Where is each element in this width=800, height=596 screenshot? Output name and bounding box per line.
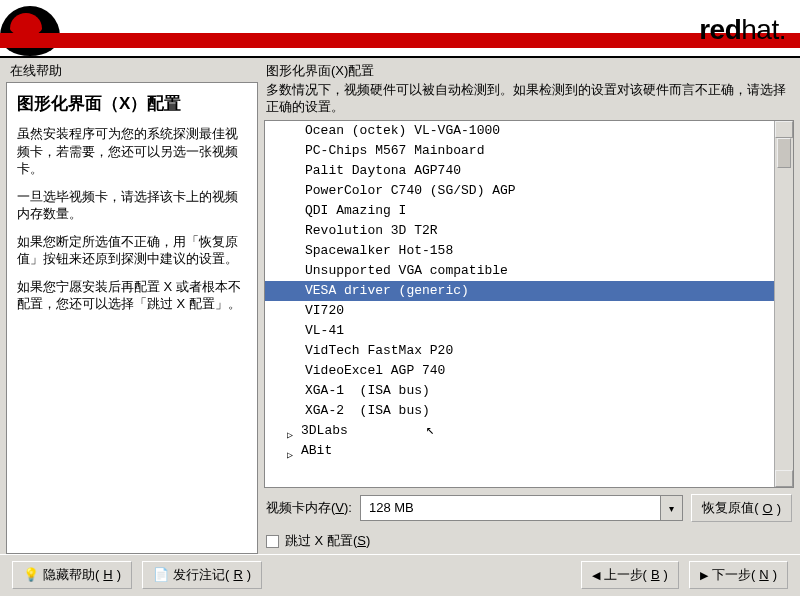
shadowman-icon bbox=[0, 6, 60, 56]
expand-icon[interactable] bbox=[287, 446, 296, 455]
list-item-label: Spacewalker Hot-158 bbox=[305, 243, 453, 258]
list-item-label: VideoExcel AGP 740 bbox=[305, 363, 445, 378]
scroll-thumb[interactable] bbox=[777, 138, 791, 168]
list-item-label: ABit bbox=[301, 443, 332, 458]
help-title: 在线帮助 bbox=[6, 60, 258, 82]
list-item-label: Unsupported VGA compatible bbox=[305, 263, 508, 278]
list-item[interactable]: Ocean (octek) VL-VGA-1000 bbox=[265, 121, 774, 141]
sidebar: 在线帮助 图形化界面（X）配置 虽然安装程序可为您的系统探测最佳视频卡，若需要，… bbox=[6, 60, 258, 554]
list-item-label: PC-Chips M567 Mainboard bbox=[305, 143, 484, 158]
content-desc: 多数情况下，视频硬件可以被自动检测到。如果检测到的设置对该硬件而言不正确，请选择… bbox=[264, 82, 794, 120]
help-heading: 图形化界面（X）配置 bbox=[17, 93, 247, 115]
scroll-up-button[interactable] bbox=[775, 121, 793, 138]
list-item[interactable]: ABit bbox=[265, 441, 774, 461]
list-item-label: VidTech FastMax P20 bbox=[305, 343, 453, 358]
list-item-label: VL-41 bbox=[305, 323, 344, 338]
list-item-label: Revolution 3D T2R bbox=[305, 223, 438, 238]
list-item[interactable]: XGA-2 (ISA bus) bbox=[265, 401, 774, 421]
expand-icon[interactable] bbox=[287, 426, 296, 435]
list-item[interactable]: XGA-1 (ISA bus) bbox=[265, 381, 774, 401]
memory-combo[interactable]: 128 MB bbox=[360, 495, 683, 521]
memory-value[interactable]: 128 MB bbox=[361, 496, 660, 520]
list-item[interactable]: Palit Daytona AGP740 bbox=[265, 161, 774, 181]
list-item-label: VESA driver (generic) bbox=[305, 283, 469, 298]
list-item-label: VI720 bbox=[305, 303, 344, 318]
list-item[interactable]: VidTech FastMax P20 bbox=[265, 341, 774, 361]
arrow-left-icon bbox=[592, 567, 600, 582]
skip-x-label: 跳过 X 配置(S) bbox=[285, 532, 370, 550]
help-para: 如果您断定所选值不正确，用「恢复原值」按钮来还原到探测中建议的设置。 bbox=[17, 233, 247, 268]
help-para: 一旦选毕视频卡，请选择该卡上的视频内存数量。 bbox=[17, 188, 247, 223]
list-item[interactable]: VI720 bbox=[265, 301, 774, 321]
list-item-label: XGA-2 (ISA bus) bbox=[305, 403, 430, 418]
footer: 💡隐藏帮助(H) 📄发行注记(R) 上一步(B) 下一步(N) bbox=[0, 554, 800, 594]
list-item[interactable]: PC-Chips M567 Mainboard bbox=[265, 141, 774, 161]
list-item[interactable]: QDI Amazing I bbox=[265, 201, 774, 221]
help-box: 图形化界面（X）配置 虽然安装程序可为您的系统探测最佳视频卡，若需要，您还可以另… bbox=[6, 82, 258, 554]
restore-defaults-button[interactable]: 恢复原值(O) bbox=[691, 494, 792, 522]
driver-list[interactable]: Ocean (octek) VL-VGA-1000PC-Chips M567 M… bbox=[264, 120, 794, 488]
release-notes-button[interactable]: 📄发行注记(R) bbox=[142, 561, 262, 589]
scrollbar[interactable] bbox=[774, 121, 793, 487]
arrow-right-icon bbox=[700, 567, 708, 582]
memory-label: 视频卡内存(V): bbox=[266, 499, 352, 517]
combo-dropdown-button[interactable] bbox=[660, 496, 682, 520]
list-item[interactable]: VESA driver (generic) bbox=[265, 281, 774, 301]
list-item[interactable]: VideoExcel AGP 740 bbox=[265, 361, 774, 381]
content-pane: 图形化界面(X)配置 多数情况下，视频硬件可以被自动检测到。如果检测到的设置对该… bbox=[264, 60, 794, 554]
content-title: 图形化界面(X)配置 bbox=[264, 60, 794, 82]
lightbulb-icon: 💡 bbox=[23, 567, 39, 583]
list-item[interactable]: 3DLabs bbox=[265, 421, 774, 441]
document-icon: 📄 bbox=[153, 567, 169, 583]
list-item-label: XGA-1 (ISA bus) bbox=[305, 383, 430, 398]
skip-x-checkbox[interactable]: 跳过 X 配置(S) bbox=[264, 528, 794, 554]
list-item-label: QDI Amazing I bbox=[305, 203, 406, 218]
list-item[interactable]: PowerColor C740 (SG/SD) AGP bbox=[265, 181, 774, 201]
list-item-label: Ocean (octek) VL-VGA-1000 bbox=[305, 123, 500, 138]
brand-logo: redhat. bbox=[699, 14, 786, 46]
red-bar bbox=[0, 33, 800, 48]
scroll-down-button[interactable] bbox=[775, 470, 793, 487]
list-item-label: 3DLabs bbox=[301, 423, 348, 438]
list-item[interactable]: Spacewalker Hot-158 bbox=[265, 241, 774, 261]
checkbox-icon[interactable] bbox=[266, 535, 279, 548]
help-para: 如果您宁愿安装后再配置 X 或者根本不配置，您还可以选择「跳过 X 配置」。 bbox=[17, 278, 247, 313]
list-item[interactable]: Revolution 3D T2R bbox=[265, 221, 774, 241]
list-item-label: Palit Daytona AGP740 bbox=[305, 163, 461, 178]
list-item[interactable]: VL-41 bbox=[265, 321, 774, 341]
help-para: 虽然安装程序可为您的系统探测最佳视频卡，若需要，您还可以另选一张视频卡。 bbox=[17, 125, 247, 178]
hide-help-button[interactable]: 💡隐藏帮助(H) bbox=[12, 561, 132, 589]
next-button[interactable]: 下一步(N) bbox=[689, 561, 788, 589]
list-item-label: PowerColor C740 (SG/SD) AGP bbox=[305, 183, 516, 198]
header: redhat. bbox=[0, 0, 800, 58]
list-item[interactable]: Unsupported VGA compatible bbox=[265, 261, 774, 281]
back-button[interactable]: 上一步(B) bbox=[581, 561, 679, 589]
